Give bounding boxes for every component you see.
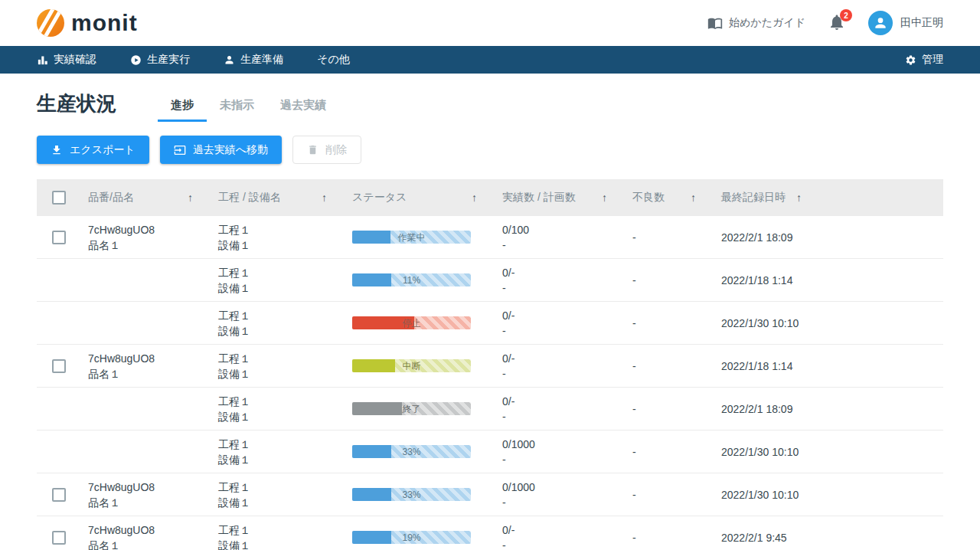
process-cell: 工程１設備１ (211, 308, 345, 339)
main-nav: 実績確認 生産実行 生産準備 その他 管理 (0, 46, 980, 74)
last-recorded-datetime: 2022/2/1 18:09 (714, 403, 943, 415)
row-checkbox[interactable] (52, 488, 66, 502)
nav-item-admin[interactable]: 管理 (905, 53, 943, 67)
part-name (88, 409, 211, 424)
column-header-last-recorded[interactable]: 最終記録日時 ↑ (714, 191, 820, 205)
process-name: 工程１ (218, 265, 345, 280)
user-avatar-icon (868, 11, 893, 35)
page-head: 生産状況 進捗 未指示 過去実績 (0, 74, 980, 122)
status-label: 作業中 (352, 231, 471, 244)
row-checkbox-cell (37, 231, 81, 244)
actual-planned-sub: - (502, 323, 626, 339)
part-number (88, 308, 211, 323)
notification-badge: 2 (840, 9, 852, 21)
status-label: 終了 (352, 402, 471, 415)
play-icon (130, 54, 142, 66)
status-progress-bar: 中断 (352, 359, 471, 372)
move-to-past-results-button[interactable]: 過去実績へ移動 (160, 136, 282, 164)
last-recorded-datetime: 2022/2/1 18:09 (714, 231, 943, 244)
status-label: 33% (352, 489, 471, 500)
getting-started-guide-link[interactable]: 始めかたガイド (707, 15, 805, 31)
equipment-name: 設備１ (218, 495, 345, 510)
actual-planned-count: 0/- (502, 265, 626, 280)
actual-planned-count: 0/1000 (502, 437, 626, 452)
process-name: 工程１ (218, 351, 345, 366)
status-progress-bar: 33% (352, 445, 471, 458)
equipment-name: 設備１ (218, 409, 345, 424)
tab-past-results[interactable]: 過去実績 (267, 89, 339, 122)
column-header-defects[interactable]: 不良数 ↑ (626, 191, 714, 205)
actual-planned-sub: - (502, 237, 626, 253)
sort-arrow-icon: ↑ (188, 192, 193, 204)
equipment-name: 設備１ (218, 452, 345, 467)
delete-button[interactable]: 削除 (292, 136, 361, 164)
status-cell: 中断 (345, 359, 495, 372)
actual-planned-sub: - (502, 409, 626, 424)
toolbar: エクスポート 過去実績へ移動 削除 (0, 122, 980, 164)
quantity-cell: 0/-- (495, 308, 626, 339)
sort-arrow-icon: ↑ (691, 192, 696, 204)
export-button[interactable]: エクスポート (37, 136, 149, 164)
actual-planned-sub: - (502, 366, 626, 381)
column-header-status[interactable]: ステータス ↑ (345, 191, 495, 205)
row-checkbox[interactable] (52, 531, 66, 545)
status-progress-bar: 11% (352, 273, 471, 286)
nav-item-other[interactable]: その他 (317, 53, 350, 67)
process-name: 工程１ (218, 222, 345, 237)
part-cell: 7cHw8ugUO8品名１ (81, 222, 211, 253)
nav-item-production-run[interactable]: 生産実行 (130, 53, 190, 67)
status-cell: 11% (345, 273, 495, 286)
gear-icon (905, 54, 916, 66)
nav-item-results[interactable]: 実績確認 (37, 53, 96, 67)
tab-progress[interactable]: 進捗 (158, 89, 207, 122)
nav-item-label: 生産準備 (240, 53, 283, 67)
person-icon (224, 54, 235, 66)
part-number: 7cHw8ugUO8 (88, 222, 211, 237)
process-cell: 工程１設備１ (211, 394, 345, 424)
defect-count: - (626, 446, 714, 458)
defect-count: - (626, 360, 714, 372)
actual-planned-sub: - (502, 452, 626, 467)
part-cell (81, 308, 211, 339)
defect-count: - (626, 403, 714, 415)
tab-uninstructed[interactable]: 未指示 (207, 89, 267, 122)
column-header-process[interactable]: 工程 / 設備名 ↑ (211, 191, 345, 205)
select-all-checkbox[interactable] (52, 191, 66, 205)
process-cell: 工程１設備１ (211, 222, 345, 253)
status-cell: 33% (345, 488, 495, 501)
row-checkbox-cell (37, 531, 81, 545)
sort-arrow-icon: ↑ (472, 192, 477, 204)
app-logo[interactable]: monit (37, 9, 138, 37)
status-cell: 終了 (345, 402, 495, 415)
guide-label: 始めかたガイド (729, 16, 805, 30)
actual-planned-count: 0/1000 (502, 480, 626, 495)
status-cell: 19% (345, 531, 495, 544)
part-name (88, 452, 211, 467)
part-cell: 7cHw8ugUO8品名１ (81, 351, 211, 381)
defect-count: - (626, 489, 714, 501)
notifications-button[interactable]: 2 (827, 13, 847, 33)
status-label: 中断 (352, 359, 471, 372)
table-row: 7cHw8ugUO8品名１工程１設備１中断0/---2022/1/18 1:14 (37, 345, 943, 388)
row-checkbox[interactable] (52, 231, 66, 244)
column-header-quantity[interactable]: 実績数 / 計画数 ↑ (495, 191, 626, 205)
part-cell: 7cHw8ugUO8品名１ (81, 480, 211, 510)
nav-item-production-prep[interactable]: 生産準備 (224, 53, 283, 67)
status-label: 33% (352, 447, 471, 457)
status-cell: 作業中 (345, 231, 495, 244)
nav-item-label: 管理 (922, 53, 943, 67)
user-menu[interactable]: 田中正明 (868, 11, 943, 35)
process-name: 工程１ (218, 394, 345, 409)
last-recorded-datetime: 2022/1/18 1:14 (714, 274, 943, 286)
row-checkbox-cell (37, 359, 81, 373)
sort-arrow-icon: ↑ (602, 192, 607, 204)
column-header-part[interactable]: 品番/品名 ↑ (81, 191, 211, 205)
quantity-cell: 0/-- (495, 351, 626, 381)
logo-icon (37, 9, 64, 37)
status-progress-bar: 終了 (352, 402, 471, 415)
quantity-cell: 0/-- (495, 394, 626, 424)
equipment-name: 設備１ (218, 323, 345, 339)
actual-planned-count: 0/- (502, 522, 626, 538)
row-checkbox[interactable] (52, 359, 66, 373)
logo-text: monit (71, 10, 138, 36)
